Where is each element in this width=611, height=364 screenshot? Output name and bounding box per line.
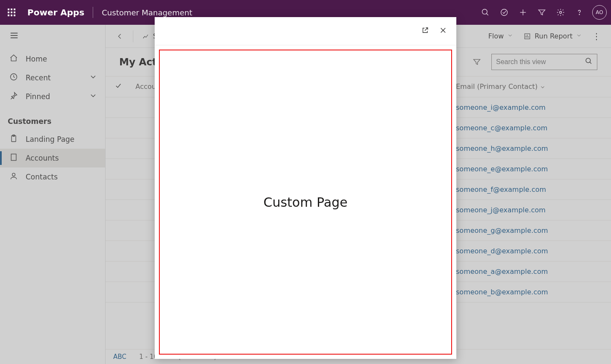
app-title: Power Apps <box>27 7 84 18</box>
page-title: Customer Management <box>102 8 192 17</box>
modal-body: Custom Page <box>159 50 452 355</box>
add-icon[interactable] <box>514 3 532 22</box>
svg-point-2 <box>501 9 508 16</box>
close-icon[interactable] <box>439 26 447 36</box>
modal-overlay: Custom Page <box>0 25 611 364</box>
task-icon[interactable] <box>495 3 514 22</box>
svg-point-5 <box>560 12 562 14</box>
svg-line-1 <box>487 14 488 15</box>
svg-point-0 <box>482 9 488 15</box>
help-icon[interactable] <box>570 3 589 22</box>
divider <box>93 7 93 18</box>
svg-point-6 <box>579 14 579 15</box>
modal-header <box>155 17 456 45</box>
settings-icon[interactable] <box>551 3 570 22</box>
popout-icon[interactable] <box>421 26 429 36</box>
custom-page-label: Custom Page <box>263 195 347 210</box>
waffle-icon[interactable] <box>8 9 15 16</box>
search-icon[interactable] <box>476 3 495 22</box>
user-avatar[interactable]: AO <box>592 5 607 20</box>
filter-icon[interactable] <box>532 3 551 22</box>
modal-dialog: Custom Page <box>155 17 456 359</box>
